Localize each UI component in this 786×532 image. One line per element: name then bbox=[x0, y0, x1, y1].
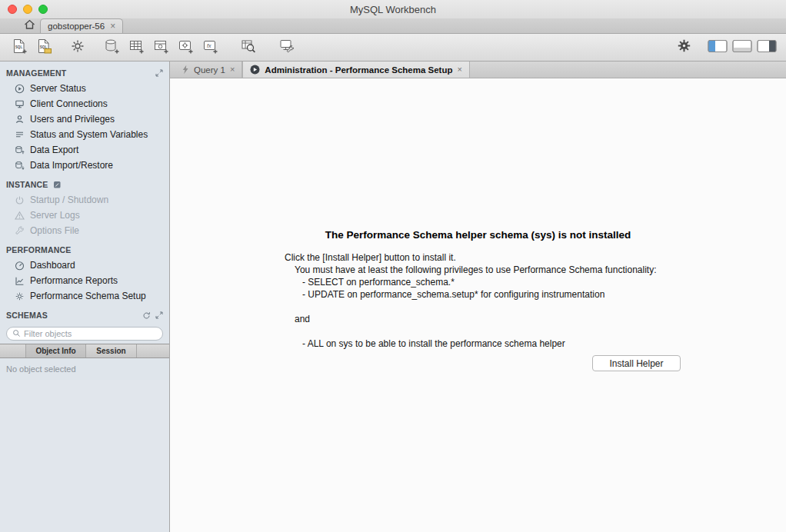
section-header-schemas: SCHEMAS bbox=[0, 304, 169, 323]
gear-icon bbox=[677, 38, 691, 56]
sidebar-item-data-import-restore[interactable]: Data Import/Restore bbox=[0, 158, 169, 173]
svg-text:SQL: SQL bbox=[15, 45, 23, 48]
new-query-tab-button[interactable]: SQL bbox=[7, 37, 32, 58]
mysql-workbench-window: MySQL Workbench gobstopper-56 × SQL SQL bbox=[0, 0, 786, 532]
left-panel-icon bbox=[708, 39, 728, 56]
search-table-data-button[interactable] bbox=[236, 37, 261, 58]
sidebar-item-startup-shutdown: Startup / Shutdown bbox=[0, 192, 169, 208]
bottom-tabbar-pad bbox=[0, 344, 26, 357]
create-view-icon bbox=[152, 38, 169, 58]
power-icon bbox=[14, 195, 25, 205]
new-query-tab-icon: SQL bbox=[11, 38, 28, 58]
server-administration-button[interactable] bbox=[275, 37, 299, 58]
sidebar-item-users-and-privileges[interactable]: Users and Privileges bbox=[0, 111, 169, 127]
bottom-tabbar-fill bbox=[137, 344, 169, 357]
home-button[interactable] bbox=[18, 18, 40, 33]
server-status-icon bbox=[14, 84, 25, 94]
create-table-icon bbox=[128, 38, 145, 58]
section-header-instance: INSTANCE bbox=[0, 173, 169, 192]
traffic-lights bbox=[8, 5, 48, 14]
schema-filter-input[interactable] bbox=[24, 329, 157, 338]
sidebar-item-dashboard[interactable]: Dashboard bbox=[0, 258, 169, 273]
preferences-button[interactable] bbox=[671, 37, 696, 58]
search-icon bbox=[240, 38, 257, 58]
tab-query-1[interactable]: Query 1 × bbox=[175, 62, 242, 78]
install-helper-button[interactable]: Install Helper bbox=[592, 355, 681, 371]
svg-text:SQL: SQL bbox=[40, 45, 48, 48]
sidebar-item-performance-schema-setup[interactable]: Performance Schema Setup bbox=[0, 288, 169, 304]
right-panel-icon bbox=[757, 39, 777, 56]
close-icon[interactable]: × bbox=[110, 22, 115, 31]
toggle-left-sidebar-button[interactable] bbox=[705, 37, 730, 58]
admin-icon bbox=[250, 65, 260, 75]
instance-config-icon[interactable] bbox=[53, 181, 62, 189]
sidebar-item-performance-reports[interactable]: Performance Reports bbox=[0, 273, 169, 288]
create-table-button[interactable] bbox=[124, 37, 148, 58]
open-sql-script-icon: SQL bbox=[35, 38, 52, 58]
bottom-panel-icon bbox=[732, 39, 752, 56]
instruction-line: You must have at least the following pri… bbox=[285, 264, 786, 276]
client-connections-icon bbox=[14, 99, 25, 109]
lightning-icon bbox=[182, 65, 189, 75]
instruction-line: - ALL on sys to be able to install the p… bbox=[285, 337, 786, 350]
schema-setup-icon bbox=[14, 291, 25, 301]
create-procedure-button[interactable] bbox=[173, 37, 198, 58]
open-sql-script-button[interactable]: SQL bbox=[32, 37, 56, 58]
sidebar-item-client-connections[interactable]: Client Connections bbox=[0, 96, 169, 111]
connection-tabstrip: gobstopper-56 × bbox=[0, 18, 786, 34]
navigator-sidebar: MANAGEMENT Server Status Client Connecti… bbox=[0, 62, 170, 532]
variables-icon bbox=[14, 130, 25, 140]
data-import-icon bbox=[14, 161, 25, 171]
sidebar-bottom-tabbar: Object Info Session bbox=[0, 344, 169, 358]
page-title: The Performance Schema helper schema (sy… bbox=[170, 229, 786, 241]
toggle-bottom-panel-button[interactable] bbox=[730, 37, 754, 58]
expand-icon[interactable] bbox=[155, 311, 163, 319]
document-tabbar: Query 1 × Administration - Performance S… bbox=[170, 62, 786, 78]
expand-icon[interactable] bbox=[155, 69, 163, 77]
sidebar-item-options-file: Options File bbox=[0, 223, 169, 238]
tab-administration-performance-schema-setup[interactable]: Administration - Performance Schema Setu… bbox=[242, 62, 470, 78]
create-function-icon: fx bbox=[201, 38, 218, 58]
server-logs-icon bbox=[14, 211, 25, 221]
create-schema-button[interactable] bbox=[99, 37, 124, 58]
tab-object-info[interactable]: Object Info bbox=[26, 344, 86, 357]
dashboard-icon bbox=[14, 261, 25, 271]
section-header-performance: PERFORMANCE bbox=[0, 238, 169, 258]
connection-tab-label: gobstopper-56 bbox=[48, 22, 105, 31]
instruction-line: - UPDATE on performance_schema.setup* fo… bbox=[285, 288, 786, 301]
create-view-button[interactable] bbox=[148, 37, 173, 58]
close-icon[interactable]: × bbox=[457, 65, 461, 74]
connection-tab[interactable]: gobstopper-56 × bbox=[40, 18, 123, 33]
minimize-window-button[interactable] bbox=[23, 5, 32, 14]
svg-text:fx: fx bbox=[207, 43, 211, 48]
refresh-icon[interactable] bbox=[142, 311, 151, 320]
schema-filter-box bbox=[6, 327, 163, 341]
search-icon bbox=[12, 327, 21, 341]
object-info-empty-text: No object selected bbox=[0, 358, 169, 380]
create-procedure-icon bbox=[177, 38, 194, 58]
inspector-icon bbox=[70, 38, 85, 57]
create-schema-icon bbox=[103, 38, 120, 58]
sidebar-item-server-logs: Server Logs bbox=[0, 208, 169, 223]
object-info-panel bbox=[0, 380, 169, 532]
sidebar-item-status-system-variables[interactable]: Status and System Variables bbox=[0, 127, 169, 142]
reports-icon bbox=[14, 276, 25, 286]
performance-schema-setup-page: The Performance Schema helper schema (sy… bbox=[170, 78, 786, 532]
main-toolbar: SQL SQL fx bbox=[0, 34, 786, 62]
section-header-management: MANAGEMENT bbox=[0, 62, 169, 81]
sidebar-item-data-export[interactable]: Data Export bbox=[0, 142, 169, 158]
instruction-line: Click the [Install Helper] button to ins… bbox=[285, 251, 786, 264]
instructions-text: Click the [Install Helper] button to ins… bbox=[285, 251, 786, 350]
close-icon[interactable]: × bbox=[230, 65, 235, 74]
create-function-button[interactable]: fx bbox=[198, 37, 222, 58]
users-icon bbox=[14, 115, 25, 125]
inspector-button[interactable] bbox=[65, 37, 90, 58]
toggle-right-sidebar-button[interactable] bbox=[754, 37, 779, 58]
main-area: Query 1 × Administration - Performance S… bbox=[170, 62, 786, 532]
window-title: MySQL Workbench bbox=[0, 4, 786, 15]
sidebar-item-server-status[interactable]: Server Status bbox=[0, 81, 169, 96]
close-window-button[interactable] bbox=[8, 5, 17, 14]
tab-session[interactable]: Session bbox=[86, 344, 137, 357]
window-titlebar: MySQL Workbench bbox=[0, 0, 786, 18]
zoom-window-button[interactable] bbox=[38, 5, 48, 14]
